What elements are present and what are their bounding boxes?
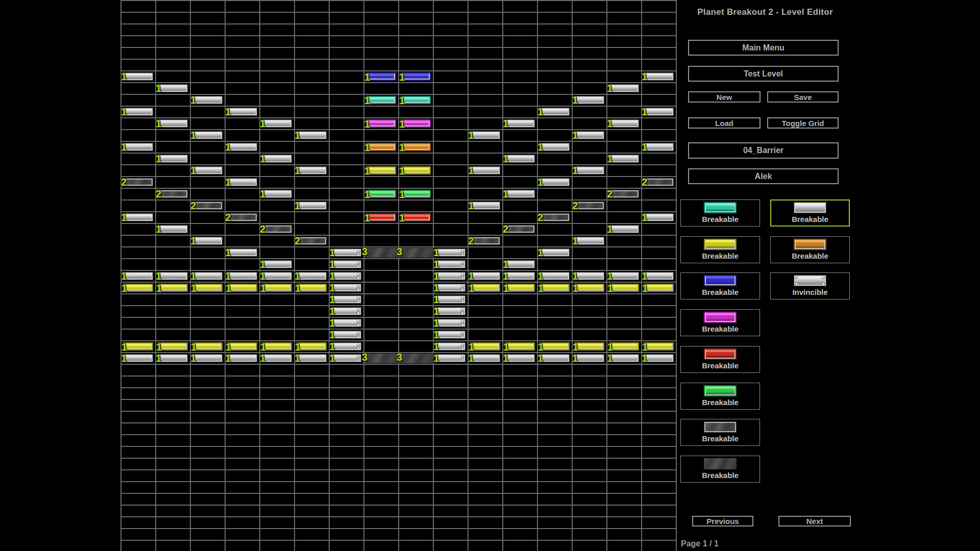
silver-brick[interactable]: 1 — [505, 190, 535, 198]
yellow-brick[interactable]: 1 — [644, 284, 674, 292]
palette-item-green[interactable]: Breakable — [680, 383, 760, 410]
silver-brick[interactable]: 1 — [192, 354, 223, 362]
slab-brick[interactable]: 3 — [399, 248, 434, 258]
yellow-brick[interactable]: 1 — [123, 284, 153, 292]
yellow-brick[interactable]: 1 — [262, 284, 292, 292]
next-page-button[interactable]: Next — [778, 516, 851, 527]
silver-brick[interactable]: 1 — [505, 260, 535, 268]
slab-brick[interactable]: 3 — [364, 354, 399, 363]
rivet-brick[interactable]: 1 — [435, 307, 465, 315]
teal-brick[interactable]: 1 — [401, 96, 431, 104]
dark-brick[interactable]: 2 — [158, 190, 188, 198]
silver-brick[interactable]: 1 — [262, 155, 292, 163]
rivet-brick[interactable]: 1 — [331, 248, 361, 257]
silver-brick[interactable]: 1 — [644, 72, 674, 81]
dark-brick[interactable]: 2 — [227, 213, 257, 221]
yellow-brick[interactable]: 1 — [505, 342, 535, 350]
silver-brick[interactable]: 1 — [609, 84, 639, 92]
silver-brick[interactable]: 1 — [158, 155, 188, 163]
rivet-brick[interactable]: 1 — [331, 342, 361, 350]
silver-brick[interactable]: 1 — [262, 190, 292, 198]
silver-brick[interactable]: 1 — [297, 354, 327, 362]
silver-brick[interactable]: 1 — [540, 143, 570, 151]
dark-brick[interactable]: 2 — [505, 225, 535, 233]
silver-brick[interactable]: 1 — [123, 72, 153, 81]
rivet-brick[interactable]: 1 — [435, 319, 465, 327]
silver-brick[interactable]: 1 — [505, 272, 535, 280]
rivet-brick[interactable]: 1 — [435, 284, 465, 292]
yellow-brick[interactable]: 1 — [470, 342, 500, 350]
palette-item-teal[interactable]: Breakable — [680, 199, 760, 227]
red-brick[interactable]: 1 — [401, 213, 431, 221]
dark-brick[interactable]: 2 — [262, 225, 292, 233]
blue-brick[interactable]: 1 — [366, 72, 396, 81]
silver-brick[interactable]: 1 — [540, 248, 570, 257]
rivet-brick[interactable]: 1 — [435, 260, 465, 268]
teal-brick[interactable]: 1 — [366, 96, 396, 104]
yellow-brick[interactable]: 1 — [644, 342, 674, 350]
silver-brick[interactable]: 1 — [227, 248, 257, 257]
silver-brick[interactable]: 1 — [574, 272, 604, 280]
silver-brick[interactable]: 1 — [644, 143, 674, 151]
rivet-brick[interactable]: 1 — [435, 354, 465, 362]
rivet-brick[interactable]: 1 — [435, 272, 465, 280]
silver-brick[interactable]: 1 — [227, 108, 257, 116]
silver-brick[interactable]: 1 — [574, 131, 604, 139]
silver-brick[interactable]: 1 — [158, 225, 188, 233]
silver-brick[interactable]: 1 — [158, 354, 188, 362]
rivet-brick[interactable]: 1 — [331, 307, 361, 315]
orange-brick[interactable]: 1 — [401, 143, 431, 151]
yellow-brick[interactable]: 1 — [470, 284, 500, 292]
level-name-field[interactable]: 04_Barrier — [688, 142, 839, 159]
yellow-brick[interactable]: 1 — [262, 342, 292, 350]
silver-brick[interactable]: 1 — [574, 237, 604, 245]
orange-brick[interactable]: 1 — [366, 143, 396, 151]
yellow-brick[interactable]: 1 — [401, 166, 431, 174]
yellow-brick[interactable]: 1 — [158, 284, 188, 292]
palette-item-silver[interactable]: Breakable — [770, 199, 850, 227]
dark-brick[interactable]: 2 — [609, 190, 639, 198]
silver-brick[interactable]: 1 — [192, 166, 223, 174]
rivet-brick[interactable]: 1 — [435, 295, 465, 304]
dark-brick[interactable]: 2 — [297, 237, 327, 245]
new-button[interactable]: New — [688, 91, 761, 103]
yellow-brick[interactable]: 1 — [158, 342, 188, 350]
yellow-brick[interactable]: 1 — [192, 342, 223, 350]
rivet-brick[interactable]: 1 — [331, 319, 361, 327]
yellow-brick[interactable]: 1 — [192, 284, 223, 292]
silver-brick[interactable]: 1 — [192, 131, 223, 139]
silver-brick[interactable]: 1 — [227, 143, 257, 151]
silver-brick[interactable]: 1 — [574, 354, 604, 362]
silver-brick[interactable]: 1 — [540, 354, 570, 362]
silver-brick[interactable]: 1 — [158, 84, 188, 92]
silver-brick[interactable]: 1 — [609, 354, 639, 362]
dark-brick[interactable]: 2 — [540, 213, 570, 221]
dark-brick[interactable]: 2 — [574, 202, 604, 210]
yellow-brick[interactable]: 1 — [297, 342, 327, 350]
silver-brick[interactable]: 1 — [505, 354, 535, 362]
silver-brick[interactable]: 1 — [158, 272, 188, 280]
silver-brick[interactable]: 1 — [262, 119, 292, 128]
rivet-brick[interactable]: 1 — [435, 342, 465, 350]
rivet-brick[interactable]: 1 — [435, 331, 465, 339]
silver-brick[interactable]: 1 — [609, 155, 639, 163]
toggle-grid-button[interactable]: Toggle Grid — [767, 117, 839, 129]
silver-brick[interactable]: 1 — [540, 272, 570, 280]
load-button[interactable]: Load — [688, 117, 761, 129]
dark-brick[interactable]: 2 — [123, 178, 153, 186]
magenta-brick[interactable]: 1 — [401, 119, 431, 128]
yellow-brick[interactable]: 1 — [297, 284, 327, 292]
silver-brick[interactable]: 1 — [644, 213, 674, 221]
silver-brick[interactable]: 1 — [470, 202, 500, 210]
silver-brick[interactable]: 1 — [644, 108, 674, 116]
silver-brick[interactable]: 1 — [644, 272, 674, 280]
palette-item-blue[interactable]: Breakable — [680, 272, 760, 299]
yellow-brick[interactable]: 1 — [609, 342, 639, 350]
silver-brick[interactable]: 1 — [192, 272, 223, 280]
silver-brick[interactable]: 1 — [227, 272, 257, 280]
yellow-brick[interactable]: 1 — [574, 284, 604, 292]
main-menu-button[interactable]: Main Menu — [688, 40, 839, 56]
test-level-button[interactable]: Test Level — [688, 66, 839, 82]
silver-brick[interactable]: 1 — [470, 166, 500, 174]
yellow-brick[interactable]: 1 — [609, 284, 639, 292]
